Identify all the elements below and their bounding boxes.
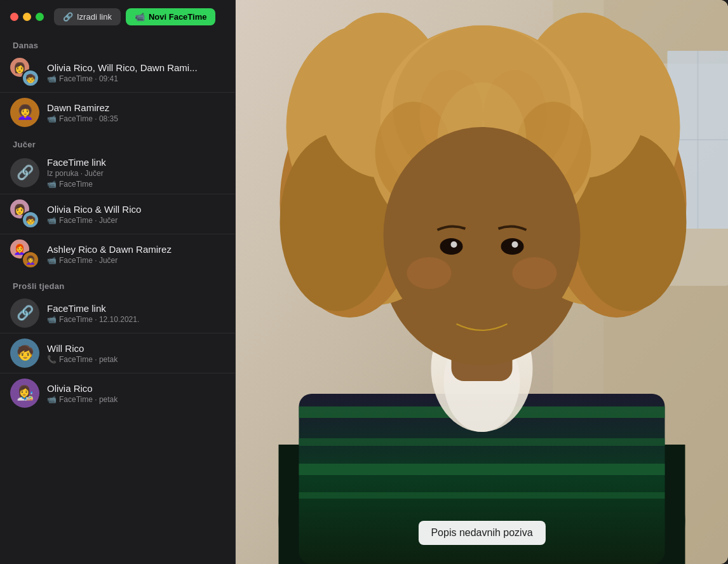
video-cam-icon: 📹 [47, 216, 57, 225]
video-cam-icon: 📹 [47, 395, 57, 404]
call-meta: 📹 FaceTime · 12.10.2021. [47, 315, 225, 324]
fullscreen-button[interactable] [36, 13, 44, 21]
titlebar: 🔗 Izradi link 📹 Novi FaceTime [0, 0, 235, 33]
svg-rect-12 [299, 464, 665, 475]
avatar: 🔗 [10, 299, 39, 328]
phone-icon: 📞 [47, 355, 57, 364]
svg-rect-13 [299, 492, 665, 499]
call-meta: 📹 FaceTime · 08:35 [47, 114, 225, 123]
caption-text: Popis nedavnih poziva [431, 527, 532, 538]
avatar: 👩 🧒 [10, 199, 39, 229]
new-facetime-button[interactable]: 📹 Novi FaceTime [126, 8, 216, 25]
avatar: 👩‍🎨 [10, 379, 39, 408]
list-item[interactable]: 👩‍🎨 Olivia Rico 📹 FaceTime · petak [0, 373, 235, 413]
facetime-preview: Popis nedavnih poziva [236, 0, 728, 564]
avatar: 👩 🧒 [10, 58, 39, 87]
create-link-label: Izradi link [77, 12, 112, 22]
list-item[interactable]: 🧒 Will Rico 📞 FaceTime · petak [0, 333, 235, 373]
call-meta: 📞 FaceTime · petak [47, 355, 225, 364]
video-cam-icon: 📹 [47, 74, 57, 83]
list-item[interactable]: 👩 🧒 Olivia Rico & Will Rico 📹 FaceTime ·… [0, 194, 235, 234]
call-info: Olivia Rico & Will Rico 📹 FaceTime · Juč… [47, 204, 225, 225]
call-info: FaceTime link 📹 FaceTime · 12.10.2021. [47, 303, 225, 324]
avatar: 👩‍🦱 [10, 98, 39, 127]
yesterday-section: Jučer 🔗 FaceTime link Iz poruka · Jučer … [0, 132, 235, 274]
call-meta: 📹 FaceTime · petak [47, 395, 225, 404]
call-info: Will Rico 📞 FaceTime · petak [47, 343, 225, 364]
last-week-header: Prošli tjedan [0, 274, 235, 293]
minimize-button[interactable] [23, 13, 31, 21]
video-cam-icon: 📹 [47, 315, 57, 324]
video-cam-icon: 📹 [47, 256, 57, 265]
calls-list: Danas 👩 🧒 Olivia Rico, Will Rico, Dawn R… [0, 33, 235, 564]
traffic-lights [10, 13, 44, 21]
call-name: Olivia Rico, Will Rico, Dawn Rami... [47, 62, 225, 73]
call-name: Olivia Rico [47, 383, 225, 394]
link-icon: 🔗 [63, 12, 73, 22]
list-item[interactable]: 🔗 FaceTime link Iz poruka · Jučer 📹 Face… [0, 152, 235, 194]
video-cam-icon: 📹 [47, 180, 57, 189]
today-section: Danas 👩 🧒 Olivia Rico, Will Rico, Dawn R… [0, 33, 235, 132]
call-info: Olivia Rico, Will Rico, Dawn Rami... 📹 F… [47, 62, 225, 83]
today-header: Danas [0, 33, 235, 53]
call-info: Olivia Rico 📹 FaceTime · petak [47, 383, 225, 404]
call-name: Olivia Rico & Will Rico [47, 204, 225, 215]
video-icon: 📹 [135, 12, 145, 22]
main-content: Popis nedavnih poziva [236, 0, 728, 564]
portrait-svg [236, 0, 728, 564]
call-meta: 📹 FaceTime · Jučer [47, 216, 225, 225]
call-name: FaceTime link [47, 157, 225, 168]
yesterday-header: Jučer [0, 132, 235, 152]
call-meta: 📹 FaceTime · Jučer [47, 256, 225, 265]
call-info: Dawn Ramirez 📹 FaceTime · 08:35 [47, 102, 225, 123]
svg-point-47 [384, 127, 581, 343]
list-item[interactable]: 🔗 FaceTime link 📹 FaceTime · 12.10.2021. [0, 293, 235, 333]
sidebar: 🔗 Izradi link 📹 Novi FaceTime Danas 👩 🧒 [0, 0, 235, 564]
svg-point-52 [407, 257, 452, 289]
svg-point-51 [512, 241, 518, 248]
call-name: Ashley Rico & Dawn Ramirez [47, 244, 225, 255]
svg-point-50 [451, 241, 457, 248]
avatar: 🧒 [10, 339, 39, 368]
video-cam-icon: 📹 [47, 114, 57, 123]
call-info: Ashley Rico & Dawn Ramirez 📹 FaceTime · … [47, 244, 225, 265]
call-meta: Iz poruka · Jučer [47, 169, 225, 178]
call-info: FaceTime link Iz poruka · Jučer 📹 FaceTi… [47, 157, 225, 189]
last-week-section: Prošli tjedan 🔗 FaceTime link 📹 FaceTime… [0, 274, 235, 413]
list-item[interactable]: 👩‍🦰 👩‍🦱 Ashley Rico & Dawn Ramirez 📹 Fac… [0, 234, 235, 274]
call-meta-sub: 📹 FaceTime [47, 180, 225, 189]
call-meta: 📹 FaceTime · 09:41 [47, 74, 225, 83]
avatar: 👩‍🦰 👩‍🦱 [10, 239, 39, 269]
svg-point-53 [513, 257, 557, 289]
new-facetime-label: Novi FaceTime [149, 12, 207, 22]
list-item[interactable]: 👩‍🦱 Dawn Ramirez 📹 FaceTime · 08:35 [0, 92, 235, 132]
svg-rect-11 [299, 438, 665, 446]
call-name: Dawn Ramirez [47, 102, 225, 113]
call-name: Will Rico [47, 343, 225, 354]
close-button[interactable] [10, 13, 18, 21]
create-link-button[interactable]: 🔗 Izradi link [54, 8, 121, 25]
list-item[interactable]: 👩 🧒 Olivia Rico, Will Rico, Dawn Rami...… [0, 53, 235, 92]
avatar: 🔗 [10, 158, 39, 187]
call-name: FaceTime link [47, 303, 225, 314]
caption: Popis nedavnih poziva [418, 521, 545, 545]
